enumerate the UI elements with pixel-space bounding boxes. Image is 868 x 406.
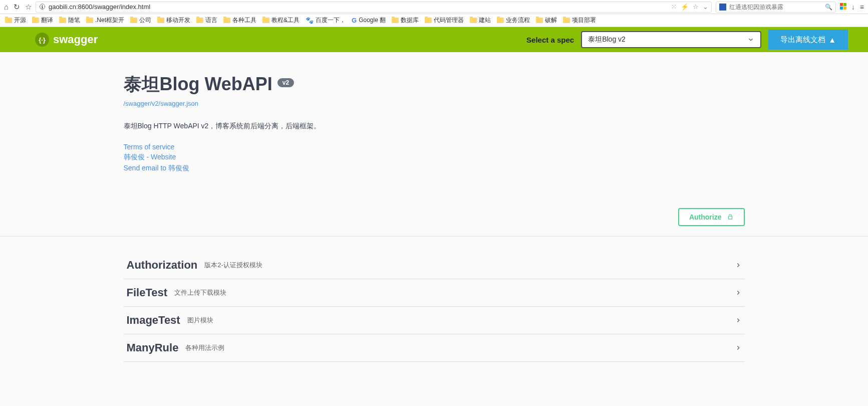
authorize-button[interactable]: Authorize [678, 208, 745, 226]
website-link[interactable]: 韩俊俊 - Website [124, 153, 745, 162]
swagger-logo[interactable]: {·} swagger [35, 33, 98, 47]
folder-icon [130, 18, 137, 23]
folder-icon [196, 18, 203, 23]
bookmark-item[interactable]: 建站 [470, 16, 491, 25]
shield-icon: 🛈 [39, 3, 46, 11]
tag-description: 文件上传下载模块 [174, 288, 226, 297]
bookmark-label: Google 翻 [359, 16, 386, 25]
bookmark-label: 随笔 [68, 16, 80, 25]
spec-json-link[interactable]: /swagger/v2/swagger.json [124, 100, 199, 107]
extensions-icon[interactable] [840, 3, 846, 11]
swagger-brand-text: swagger [53, 33, 98, 46]
bookmark-label: 业务流程 [506, 16, 530, 25]
url-input[interactable] [49, 3, 668, 11]
tag-description: 版本2-认证授权模块 [204, 261, 262, 270]
chevron-right-icon [735, 262, 742, 269]
terms-link[interactable]: Terms of service [124, 143, 745, 151]
bookmark-label: 教程&工具 [271, 16, 300, 25]
browser-toolbar: ⌂ ↻ ☆ 🛈 ⁙ ⚡ ☆ ⌄ 🔍 ↓ ≡ [0, 0, 868, 14]
bookmark-item[interactable]: 数据库 [392, 16, 419, 25]
search-icon[interactable]: 🔍 [825, 4, 832, 11]
menu-icon[interactable]: ≡ [860, 3, 864, 11]
bookmarks-bar: 开源翻译随笔.Net框架开公司移动开发语言各种工具教程&工具🐾百度一下，GGoo… [0, 14, 868, 27]
qr-icon[interactable]: ⁙ [671, 3, 677, 11]
folder-icon [262, 18, 269, 23]
tag-row[interactable]: ImageTest图片模块 [124, 307, 745, 334]
folder-icon [86, 18, 93, 23]
swagger-topbar: {·} swagger Select a spec 泰坦Blog v2 导出离线… [0, 27, 868, 52]
folder-icon [223, 18, 230, 23]
section-divider [0, 236, 868, 237]
bookmark-label: .Net框架开 [95, 16, 124, 25]
tag-list: Authorization版本2-认证授权模块FileTest文件上传下载模块I… [124, 252, 745, 362]
folder-icon [157, 18, 164, 23]
folder-icon [59, 18, 66, 23]
reload-icon[interactable]: ↻ [14, 3, 20, 12]
spec-select[interactable]: 泰坦Blog v2 [581, 31, 761, 48]
bookmark-label: 语言 [205, 16, 217, 25]
home-icon[interactable]: ⌂ [4, 3, 9, 12]
chevron-right-icon [735, 317, 742, 324]
tag-name: FileTest [127, 286, 168, 299]
bookmark-label: 公司 [139, 16, 151, 25]
bookmark-item[interactable]: 教程&工具 [262, 16, 300, 25]
folder-icon [32, 18, 39, 23]
browser-search[interactable]: 🔍 [716, 2, 836, 13]
bookmark-item[interactable]: 业务流程 [497, 16, 530, 25]
tag-row[interactable]: FileTest文件上传下载模块 [124, 279, 745, 307]
bookmark-item[interactable]: 🐾百度一下， [306, 16, 346, 25]
folder-icon [497, 18, 504, 23]
email-link[interactable]: Send email to 韩俊俊 [124, 164, 745, 173]
bookmark-item[interactable]: 移动开发 [157, 16, 190, 25]
folder-icon [563, 18, 570, 23]
browser-right-icons: ↓ ≡ [840, 3, 864, 11]
bookmark-label: 破解 [545, 16, 557, 25]
flash-icon[interactable]: ⚡ [681, 3, 689, 11]
bookmark-star-icon[interactable]: ☆ [693, 3, 699, 11]
bookmark-item[interactable]: 项目部署 [563, 16, 596, 25]
bookmark-item[interactable]: 翻译 [32, 16, 53, 25]
bookmark-item[interactable]: 随笔 [59, 16, 80, 25]
info-links: Terms of service 韩俊俊 - Website Send emai… [124, 143, 745, 173]
tag-name: ImageTest [127, 314, 180, 327]
swagger-badge-icon: {·} [35, 33, 49, 47]
bookmark-label: 建站 [479, 16, 491, 25]
tag-row[interactable]: ManyRule各种用法示例 [124, 334, 745, 362]
chevron-down-icon [747, 36, 754, 43]
search-input[interactable] [729, 4, 822, 11]
bookmark-item[interactable]: 代码管理器 [425, 16, 464, 25]
authorize-label: Authorize [689, 213, 722, 221]
tag-row[interactable]: Authorization版本2-认证授权模块 [124, 252, 745, 279]
bookmark-label: 项目部署 [572, 16, 596, 25]
bookmark-item[interactable]: 破解 [536, 16, 557, 25]
tag-description: 图片模块 [187, 316, 213, 325]
bookmark-item[interactable]: GGoogle 翻 [352, 16, 386, 25]
chevron-down-icon[interactable]: ⌄ [703, 3, 708, 11]
google-icon: G [352, 17, 357, 24]
url-actions: ⁙ ⚡ ☆ ⌄ [671, 3, 708, 11]
api-description: 泰坦Blog HTTP WebAPI v2，博客系统前后端分离，后端框架。 [124, 122, 745, 131]
search-engine-icon [719, 4, 726, 11]
bookmark-item[interactable]: 开源 [5, 16, 26, 25]
version-badge: v2 [277, 78, 294, 87]
tag-description: 各种用法示例 [185, 343, 224, 352]
tag-name: ManyRule [127, 341, 179, 354]
chevron-right-icon [735, 289, 742, 296]
bookmark-item[interactable]: 各种工具 [223, 16, 256, 25]
triangle-up-icon: ▲ [828, 36, 836, 44]
nav-buttons: ⌂ ↻ ☆ [4, 3, 32, 12]
star-outline-icon[interactable]: ☆ [25, 3, 32, 12]
export-button[interactable]: 导出离线文档 ▲ [768, 30, 848, 50]
bookmark-label: 各种工具 [232, 16, 256, 25]
folder-icon [425, 18, 432, 23]
folder-icon [536, 18, 543, 23]
download-icon[interactable]: ↓ [851, 3, 855, 11]
bookmark-item[interactable]: 公司 [130, 16, 151, 25]
bookmark-item[interactable]: 语言 [196, 16, 217, 25]
bookmark-label: 移动开发 [166, 16, 190, 25]
paw-icon: 🐾 [306, 17, 314, 24]
bookmark-item[interactable]: .Net框架开 [86, 16, 124, 25]
spec-selected-value: 泰坦Blog v2 [588, 35, 626, 44]
address-bar[interactable]: 🛈 ⁙ ⚡ ☆ ⌄ [36, 2, 712, 13]
folder-icon [470, 18, 477, 23]
